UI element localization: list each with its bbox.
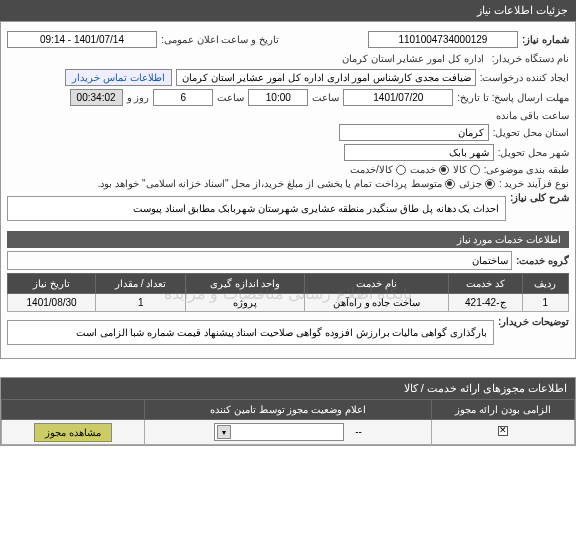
radio-jozi-label: جزئی bbox=[459, 178, 482, 189]
services-header: اطلاعات خدمات مورد نیاز bbox=[7, 231, 569, 248]
creator-field: ضیافت مجدی کارشناس امور اداری اداره کل ا… bbox=[176, 69, 476, 86]
cell-qty: 1 bbox=[96, 294, 186, 312]
deadline-date-field: 1401/07/20 bbox=[343, 89, 453, 106]
cell-action: مشاهده مجوز bbox=[2, 420, 145, 445]
permits-table: الزامی بودن ارائه مجوز اعلام وضعیت مجوز … bbox=[1, 399, 575, 445]
label-subject-type: طبقه بندی موضوعی: bbox=[484, 164, 569, 175]
radio-both[interactable] bbox=[396, 165, 406, 175]
th-action bbox=[2, 400, 145, 420]
radio-khadamat-label: خدمت bbox=[410, 164, 436, 175]
label-buyer-notes: توضیحات خریدار: bbox=[498, 316, 569, 327]
permits-section: اطلاعات مجوزهای ارائه خدمت / کالا الزامی… bbox=[0, 377, 576, 446]
status-select[interactable]: ▾ bbox=[214, 423, 344, 441]
permit-row: -- ▾ مشاهده مجوز bbox=[2, 420, 575, 445]
chevron-down-icon: ▾ bbox=[217, 425, 231, 439]
label-city: شهر محل تحویل: bbox=[498, 147, 569, 158]
form-area: شماره نیاز: 1101004734000129 تاریخ و ساع… bbox=[0, 21, 576, 359]
th-status: اعلام وضعیت مجوز توسط تامین کننده bbox=[145, 400, 432, 420]
label-groups: گروه خدمت: bbox=[516, 255, 569, 266]
th-qty: تعداد / مقدار bbox=[96, 274, 186, 294]
buyer-value: اداره کل امور عشایر استان کرمان bbox=[338, 51, 488, 66]
view-permit-button[interactable]: مشاهده مجوز bbox=[34, 423, 112, 442]
label-desc: شرح کلی نیاز: bbox=[510, 192, 569, 203]
permits-header: اطلاعات مجوزهای ارائه خدمت / کالا bbox=[1, 378, 575, 399]
th-idx: ردیف bbox=[522, 274, 568, 294]
radio-kala[interactable] bbox=[470, 165, 480, 175]
deadline-time-field: 10:00 bbox=[248, 89, 308, 106]
city-field: شهر بابک bbox=[344, 144, 494, 161]
countdown-timer: 00:34:02 bbox=[70, 89, 123, 106]
page-title: جزئیات اطلاعات نیاز bbox=[477, 4, 568, 16]
groups-box: ساختمان bbox=[7, 251, 512, 270]
label-remaining: ساعت باقی مانده bbox=[496, 110, 569, 121]
label-creator: ایجاد کننده درخواست: bbox=[480, 72, 569, 83]
label-buyer: نام دستگاه خریدار: bbox=[492, 53, 569, 64]
label-pub-date: تاریخ و ساعت اعلان عمومی: bbox=[161, 34, 279, 45]
label-req-no: شماره نیاز: bbox=[522, 34, 569, 45]
groups-value: ساختمان bbox=[472, 255, 508, 266]
cell-name: ساخت جاده و راه‌آهن bbox=[305, 294, 449, 312]
label-province: استان محل تحویل: bbox=[493, 127, 569, 138]
label-time1: ساعت bbox=[312, 92, 339, 103]
buyer-notes-box: بارگذاری گواهی مالیات برارزش افزوده گواه… bbox=[7, 320, 494, 345]
cell-mandatory bbox=[431, 420, 574, 445]
radio-motavaset-label: متوسط bbox=[411, 178, 442, 189]
radio-motavaset[interactable] bbox=[445, 179, 455, 189]
cell-idx: 1 bbox=[522, 294, 568, 312]
mandatory-checkbox[interactable] bbox=[498, 426, 508, 436]
label-time2: ساعت bbox=[217, 92, 244, 103]
status-dash: -- bbox=[355, 426, 362, 437]
desc-box: احداث یک دهانه پل طاق سنگیدر منطقه عشایر… bbox=[7, 196, 506, 221]
req-no-field: 1101004734000129 bbox=[368, 31, 518, 48]
cell-unit: پروژه bbox=[186, 294, 305, 312]
service-table: ردیف کد خدمت نام خدمت واحد اندازه گیری ت… bbox=[7, 273, 569, 312]
purchase-note: پرداخت تمام یا بخشی از مبلغ خرید،از محل … bbox=[98, 178, 407, 189]
th-code: کد خدمت bbox=[448, 274, 522, 294]
days-field: 6 bbox=[153, 89, 213, 106]
province-field: کرمان bbox=[339, 124, 489, 141]
table-row: 1 ج-42-421 ساخت جاده و راه‌آهن پروژه 1 1… bbox=[8, 294, 569, 312]
label-day-and: روز و bbox=[127, 92, 150, 103]
page-header: جزئیات اطلاعات نیاز bbox=[0, 0, 576, 21]
radio-jozi[interactable] bbox=[485, 179, 495, 189]
radio-kala-label: کالا bbox=[453, 164, 467, 175]
contact-buyer-link[interactable]: اطلاعات تماس خریدار bbox=[65, 69, 172, 86]
th-date: تاریخ نیاز bbox=[8, 274, 96, 294]
th-mandatory: الزامی بودن ارائه مجوز bbox=[431, 400, 574, 420]
cell-code: ج-42-421 bbox=[448, 294, 522, 312]
cell-date: 1401/08/30 bbox=[8, 294, 96, 312]
pub-date-field: 1401/07/14 - 09:14 bbox=[7, 31, 157, 48]
radio-khadamat[interactable] bbox=[439, 165, 449, 175]
label-purchase-type: نوع فرآیند خرید : bbox=[499, 178, 569, 189]
th-unit: واحد اندازه گیری bbox=[186, 274, 305, 294]
cell-status: -- ▾ bbox=[145, 420, 432, 445]
radio-both-label: کالا/خدمت bbox=[350, 164, 393, 175]
service-table-wrap: ردیف کد خدمت نام خدمت واحد اندازه گیری ت… bbox=[7, 273, 569, 312]
label-deadline: مهلت ارسال پاسخ: تا تاریخ: bbox=[457, 92, 569, 103]
th-name: نام خدمت bbox=[305, 274, 449, 294]
